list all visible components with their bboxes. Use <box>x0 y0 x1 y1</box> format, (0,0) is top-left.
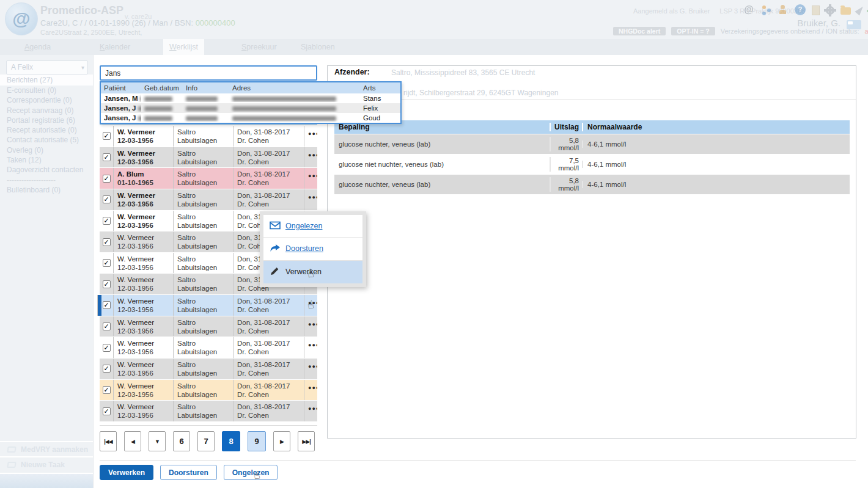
sidebar-item-contact[interactable]: Contact autorisatie (5) <box>0 135 93 145</box>
rocket-icon[interactable] <box>855 5 865 16</box>
row-patient-cell: W. Vermeer12-03-1956 <box>113 295 173 316</box>
row-checkbox[interactable]: ✓ <box>103 407 111 415</box>
lab-result-row[interactable]: glucose niet nuchter, veneus (lab)7,5 mm… <box>334 154 850 174</box>
row-checkbox[interactable]: ✓ <box>103 195 111 203</box>
row-date: Don, 31-08-2017 <box>237 128 304 136</box>
page-button-8[interactable]: 8 <box>222 431 240 451</box>
afzender-label: Afzender: <box>334 68 370 76</box>
page-button-7[interactable]: 7 <box>197 431 215 451</box>
sidebar-item-taken[interactable]: Taken (12) <box>0 155 93 165</box>
worklist-row[interactable]: ✓W. Vermeer12-03-1956SaltroLabuitslagenD… <box>100 379 317 401</box>
row-menu-button[interactable]: ●●● <box>304 380 317 401</box>
row-checkbox[interactable]: ✓ <box>103 238 111 246</box>
help-icon[interactable]: ? <box>795 4 806 15</box>
dropdown-arts-name: Stans <box>360 95 400 102</box>
context-menu-link[interactable]: Doorsturen <box>285 244 323 253</box>
tab-kalender[interactable]: Kalender <box>94 39 136 55</box>
person-icon[interactable] <box>778 4 789 15</box>
worklist-row[interactable]: ✓W. Vermeer12-03-1956SaltroLabuitslagenD… <box>100 294 317 316</box>
sidebar-item-portaal[interactable]: Portaal registratie (6) <box>0 115 93 125</box>
ongelezen-button[interactable]: Ongelezen <box>224 465 278 480</box>
context-menu-link[interactable]: Ongelezen <box>285 222 322 230</box>
row-menu-button[interactable]: ●●● <box>304 147 317 168</box>
worklist-row[interactable]: ✓W. Vermeer12-03-1956SaltroLabuitslagenD… <box>100 147 317 168</box>
dropdown-patient-row[interactable]: Jansen, J Goud <box>101 113 400 123</box>
doorsturen-button[interactable]: Doorsturen <box>160 465 217 480</box>
row-patient-dob: 12-03-1956 <box>117 327 173 335</box>
dropdown-col-patiënt: Patiënt <box>101 84 141 92</box>
row-menu-button[interactable]: ●●● <box>304 168 317 189</box>
worklist-row[interactable]: ✓W. Vermeer12-03-1956SaltroLabuitslagenD… <box>100 316 317 337</box>
worklist-row[interactable]: ✓W. Vermeer12-03-1956SaltroLabuitslagenD… <box>100 189 317 210</box>
row-checkbox[interactable]: ✓ <box>103 153 111 161</box>
worklist-row[interactable]: ✓W. Vermeer12-03-1956SaltroLabuitslagenD… <box>100 358 317 379</box>
worklist-row[interactable]: ✓W. Vermeer12-03-1956SaltroLabuitslagenD… <box>100 400 317 421</box>
context-menu-item-doorsturen[interactable]: Doorsturen <box>263 238 362 260</box>
row-patient-name: W. Vermeer <box>117 149 173 158</box>
lab-result-row[interactable]: glucose nuchter, veneus (lab)5,8 mmol/l4… <box>334 134 850 154</box>
row-checkbox[interactable]: ✓ <box>103 386 111 394</box>
row-checkbox[interactable]: ✓ <box>103 280 111 288</box>
page-button-9[interactable]: 9 <box>248 431 266 451</box>
verwerken-button[interactable]: Verwerken <box>100 465 153 480</box>
sidebar-item-recept[interactable]: Recept aanvraag (0) <box>0 106 93 115</box>
row-checkbox[interactable]: ✓ <box>103 175 111 183</box>
row-menu-button[interactable]: ●●● <box>304 189 317 210</box>
row-checkbox[interactable]: ✓ <box>103 217 111 225</box>
patient-search-input[interactable] <box>100 65 317 81</box>
patient-search-dropdown: PatiëntGeb.datumInfoAdresArtsJansen, M S… <box>100 81 402 124</box>
page-button-6[interactable]: 6 <box>173 431 190 451</box>
page-last-button[interactable]: ▶▶| <box>298 431 315 451</box>
dropdown-patient-row[interactable]: Jansen, M Stans <box>101 93 400 103</box>
sidebar-item-berichten[interactable]: Berichten (27) <box>0 75 93 86</box>
sidebar-item-e-consulten[interactable]: E-consulten (0) <box>0 86 93 95</box>
sidebar-item-recept[interactable]: Recept autorisatie (0) <box>0 125 93 135</box>
row-checkbox[interactable]: ✓ <box>103 322 111 330</box>
sidebar-button-nieuwe[interactable]: Nieuwe Taak <box>0 456 93 472</box>
doctor-filter-select[interactable]: A Felix ▾ <box>6 60 88 75</box>
row-checkbox[interactable]: ✓ <box>103 365 111 373</box>
worklist-row[interactable]: ✓W. Vermeer12-03-1956SaltroLabuitslagenD… <box>100 125 317 147</box>
tab-sjablonen[interactable]: Sjablonen <box>295 39 341 55</box>
row-checkbox[interactable]: ✓ <box>103 259 111 267</box>
worklist-row[interactable]: ✓A. Blum01-10-1965SaltroLabuitslagenDon,… <box>100 167 317 189</box>
sidebar-item-bulletinboard[interactable]: Bulletinboard (0) <box>0 185 93 195</box>
tab-spreekuur[interactable]: Spreekuur <box>235 39 283 55</box>
page-prev-button[interactable]: ◀ <box>124 431 141 451</box>
opt-in-badge[interactable]: OPT-IN = ? <box>671 27 715 35</box>
lab-normaalwaarde: 4-6,1 mmol/l <box>582 181 850 188</box>
at-icon[interactable]: @ <box>743 4 754 15</box>
dropdown-col-info: Info <box>183 84 229 92</box>
row-menu-button[interactable]: ●●● <box>304 401 317 421</box>
sidebar-item-correspondentie[interactable]: Correspondentie (0) <box>0 95 93 105</box>
context-menu-item-ongelezen[interactable]: Ongelezen <box>263 215 362 238</box>
lab-result-row[interactable]: glucose nuchter, veneus (lab)5,8 mmol/l4… <box>334 174 850 194</box>
page-next-button[interactable]: ▶ <box>273 431 290 451</box>
sidebar-item-dagoverzicht[interactable]: Dagoverzicht contacten <box>0 165 93 175</box>
tab-agenda[interactable]: Agenda <box>18 39 57 55</box>
row-checkbox[interactable]: ✓ <box>103 344 111 352</box>
page-first-button[interactable]: |◀◀ <box>100 431 117 451</box>
row-menu-button[interactable]: ●●● <box>304 337 317 358</box>
sidebar-button-medvry[interactable]: MedVRY aanmaken <box>0 441 93 456</box>
lab-bepaling: glucose nuchter, veneus (lab) <box>334 140 550 148</box>
dropdown-arts-name: Felix <box>360 104 400 112</box>
sidebar-item-overleg[interactable]: Overleg (0) <box>0 145 93 155</box>
worklist-row[interactable]: ✓W. Vermeer12-03-1956SaltroLabuitslagenD… <box>100 337 317 358</box>
tab-werklijst[interactable]: Werklijst <box>163 39 204 55</box>
row-menu-button[interactable]: ●●● <box>304 316 317 337</box>
row-menu-button[interactable]: ●●● <box>304 126 317 147</box>
folder-icon[interactable] <box>840 7 851 15</box>
promedico-app: @ Promedico-ASP v. care2u Aangemeld als … <box>0 0 868 488</box>
row-menu-button[interactable]: ●●● <box>304 359 317 379</box>
row-source-kind: Labuitslagen <box>177 178 233 187</box>
row-source-org: Saltro <box>177 382 233 390</box>
network-icon[interactable] <box>760 4 771 15</box>
gear-icon[interactable] <box>826 6 834 15</box>
dropdown-patient-row[interactable]: Jansen, J Felix <box>101 103 400 113</box>
page-menu-button[interactable]: ▼ <box>149 431 166 451</box>
nhgdoc-alert-badge[interactable]: NHGDoc alert <box>613 27 666 35</box>
door-icon[interactable] <box>812 5 820 15</box>
row-checkbox[interactable]: ✓ <box>103 132 111 140</box>
row-checkbox[interactable]: ✓ <box>103 301 111 309</box>
